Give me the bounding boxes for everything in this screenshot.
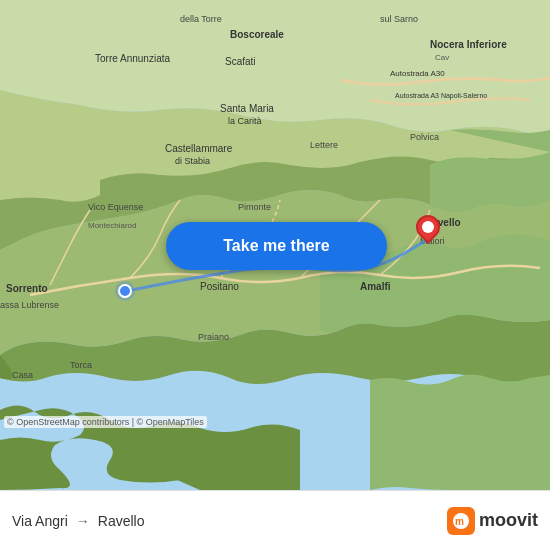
svg-text:Autostrada A3 Napoli-Salerno: Autostrada A3 Napoli-Salerno [395,92,487,100]
svg-text:Vico Equense: Vico Equense [88,202,143,212]
map-container: Autostrada A30 Autostrada A3 Napoli-Sale… [0,0,550,490]
destination-label: Ravello [98,513,145,529]
svg-text:assa Lubrense: assa Lubrense [0,300,59,310]
svg-text:Lettere: Lettere [310,140,338,150]
svg-text:Nocera Inferiore: Nocera Inferiore [430,39,507,50]
svg-text:Casa: Casa [12,370,33,380]
svg-text:Autostrada A30: Autostrada A30 [390,69,445,78]
svg-text:Polvica: Polvica [410,132,439,142]
svg-text:Cav: Cav [435,53,449,62]
footer: Via Angri → Ravello m moovit [0,490,550,550]
svg-text:Montechiarod: Montechiarod [88,221,136,230]
svg-text:Praiano: Praiano [198,332,229,342]
moovit-name: moovit [479,510,538,531]
svg-text:Boscoreale: Boscoreale [230,29,284,40]
svg-text:di Stabia: di Stabia [175,156,210,166]
arrow-icon: → [76,513,90,529]
svg-text:Castellammare: Castellammare [165,143,233,154]
take-me-there-button[interactable]: Take me there [166,222,387,270]
destination-marker [416,215,440,247]
svg-text:Amalfi: Amalfi [360,281,391,292]
svg-text:della Torre: della Torre [180,14,222,24]
origin-marker [118,284,132,298]
moovit-logo: m moovit [447,507,538,535]
origin-label: Via Angri [12,513,68,529]
moovit-icon: m [447,507,475,535]
map-copyright: © OpenStreetMap contributors | © OpenMap… [4,416,207,428]
svg-text:Torre Annunziata: Torre Annunziata [95,53,170,64]
svg-text:sul Sarno: sul Sarno [380,14,418,24]
svg-text:Torca: Torca [70,360,92,370]
svg-text:Pimonte: Pimonte [238,202,271,212]
route-info: Via Angri → Ravello [12,513,144,529]
svg-text:Santa Maria: Santa Maria [220,103,274,114]
svg-text:Positano: Positano [200,281,239,292]
svg-text:Scafati: Scafati [225,56,256,67]
svg-text:Sorrento: Sorrento [6,283,48,294]
svg-text:la Carità: la Carità [228,116,262,126]
svg-text:m: m [455,516,464,527]
